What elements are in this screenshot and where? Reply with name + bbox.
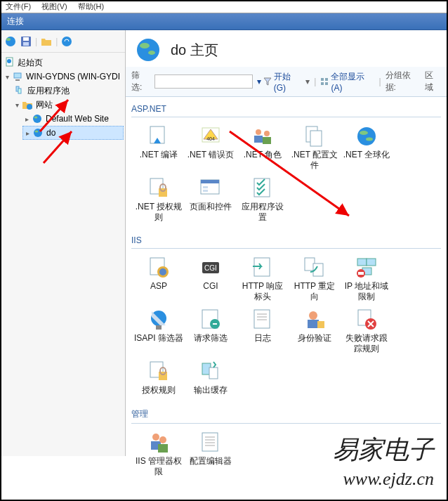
site-icon (32, 126, 44, 139)
svg-text:404: 404 (206, 136, 215, 141)
svg-rect-62 (254, 310, 270, 328)
tile-cgi[interactable]: CGICGI (185, 253, 237, 305)
group-title: 管理 (131, 405, 441, 424)
tile-asp[interactable]: ASP (133, 253, 185, 305)
tree-node-defaultsite[interactable]: ▸ Default Web Site (22, 112, 124, 126)
tree-label: Default Web Site (46, 114, 109, 124)
svg-point-78 (159, 436, 166, 443)
svg-rect-3 (23, 37, 29, 41)
funnel-icon (263, 77, 272, 86)
appsettings-icon (251, 176, 275, 200)
tile-net-global[interactable]: .NET 全球化 (341, 122, 393, 174)
tile-pages-controls[interactable]: 页面和控件 (185, 174, 237, 226)
pages-icon (199, 176, 223, 200)
svg-point-14 (34, 116, 38, 118)
svg-rect-80 (202, 433, 218, 451)
tile-ip-restrict[interactable]: IP 地址和域限制 (341, 253, 393, 305)
tree-node-do[interactable]: ▸ do (22, 126, 124, 140)
svg-rect-20 (321, 78, 324, 81)
menu-help[interactable]: 帮助(H) (78, 2, 104, 11)
tree-node-server[interactable]: ▾ WIN-GYDNS (WIN-GYDI (3, 70, 124, 84)
iismgr-icon (147, 431, 171, 455)
svg-rect-22 (321, 82, 324, 85)
tile-cfg-editor[interactable]: 配置编辑器 (185, 428, 237, 480)
filter-row: 筛选: ▾ 开始(G) ▾ | 全部显示(A) | 分组依据: 区域 (126, 67, 447, 97)
tile-failtrace[interactable]: 失败请求跟踪规则 (341, 305, 393, 357)
svg-rect-42 (203, 190, 208, 192)
groupby-value[interactable]: 区域 (425, 70, 441, 93)
globe-icon (136, 37, 161, 63)
svg-rect-75 (209, 367, 218, 379)
svg-point-17 (137, 39, 159, 61)
tree-node-sites[interactable]: ▾ 网站 (13, 98, 124, 112)
svg-rect-56 (358, 272, 364, 275)
go-button[interactable]: ▾ 开始(G) (257, 71, 302, 93)
tile-http-headers[interactable]: HTTP 响应标头 (237, 253, 289, 305)
tile-authz[interactable]: 授权规则 (133, 357, 185, 398)
svg-point-46 (159, 268, 166, 275)
watermark-cn: 易家电子 (333, 433, 434, 467)
iis-grid: ASP CGICGI HTTP 响应标头 HTTP 重定向 IP 地址和域限制 … (131, 249, 441, 400)
tree[interactable]: 起始页 ▾ WIN-GYDNS (WIN-GYDI 应用程序池 ▾ 网站 ▸ D… (1, 53, 125, 143)
expand-icon[interactable]: ▸ (23, 129, 32, 137)
tree-node-start[interactable]: 起始页 (3, 56, 124, 70)
log-icon (251, 308, 275, 332)
menu-view[interactable]: 视图(V) (41, 2, 67, 11)
menubar[interactable]: 文件(F) 视图(V) 帮助(H) (1, 1, 447, 13)
tree-label: WIN-GYDNS (WIN-GYDI (26, 72, 120, 82)
tree-node-apppools[interactable]: 应用程序池 (13, 84, 124, 98)
connections-header: 连接 (1, 13, 447, 30)
globe-icon[interactable] (4, 35, 17, 48)
tile-net-errors[interactable]: 404.NET 错误页 (185, 122, 237, 174)
redirect-icon (303, 256, 327, 280)
auth-icon (303, 308, 327, 332)
tile-iismgr[interactable]: IIS 管理器权限 (133, 428, 185, 480)
error-icon: 404 (199, 124, 223, 148)
svg-point-0 (6, 37, 15, 46)
sidebar-toolbar[interactable]: | | (1, 30, 125, 53)
lock-icon (147, 176, 171, 200)
reqfilter-icon (199, 308, 223, 332)
svg-text:CGI: CGI (204, 264, 217, 272)
svg-point-16 (35, 130, 39, 132)
apppools-icon (13, 84, 25, 97)
svg-rect-67 (308, 320, 319, 328)
tile-net-compile[interactable]: .NET 编译 (133, 122, 185, 174)
group-aspnet: ASP.NET .NET 编译 404.NET 错误页 .NET 角色 .NET… (126, 97, 447, 228)
svg-point-18 (140, 43, 150, 48)
svg-rect-53 (367, 259, 376, 266)
tile-reqfilter[interactable]: 请求筛选 (185, 305, 237, 357)
svg-rect-21 (325, 78, 328, 81)
tile-outcache[interactable]: 输出缓存 (185, 357, 237, 398)
showall-button[interactable]: 全部显示(A) (320, 71, 374, 93)
cgi-icon: CGI (199, 256, 223, 280)
svg-point-19 (148, 51, 155, 55)
svg-rect-52 (357, 259, 367, 266)
svg-point-29 (264, 131, 270, 136)
asp-icon (147, 256, 171, 280)
tile-app-settings[interactable]: 应用程序设置 (237, 174, 289, 226)
tile-net-roles[interactable]: .NET 角色 (237, 122, 289, 174)
tile-net-profile[interactable]: .NET 配置文件 (289, 122, 341, 174)
tile-log[interactable]: 日志 (237, 305, 289, 357)
svg-rect-8 (14, 73, 21, 78)
site-icon (31, 112, 44, 125)
svg-rect-30 (263, 137, 271, 144)
collapse-icon[interactable]: ▾ (3, 73, 11, 81)
tile-http-redirect[interactable]: HTTP 重定向 (289, 253, 341, 305)
svg-rect-4 (23, 42, 29, 46)
failtrace-icon (355, 308, 378, 332)
expand-icon[interactable]: ▸ (22, 115, 31, 123)
svg-rect-58 (156, 325, 162, 330)
filter-input[interactable] (154, 74, 253, 89)
tree-refresh-icon[interactable] (60, 35, 73, 48)
view-icon (320, 77, 329, 86)
menu-file[interactable]: 文件(F) (6, 2, 31, 11)
tile-isapi[interactable]: ISAPI 筛选器 (133, 305, 185, 357)
svg-point-76 (152, 434, 159, 441)
folder-open-icon[interactable] (40, 35, 53, 48)
collapse-icon[interactable]: ▾ (13, 101, 21, 109)
tile-net-authz[interactable]: .NET 授权规则 (133, 174, 185, 226)
tile-auth[interactable]: 身份验证 (289, 305, 341, 357)
save-icon[interactable] (20, 35, 32, 48)
